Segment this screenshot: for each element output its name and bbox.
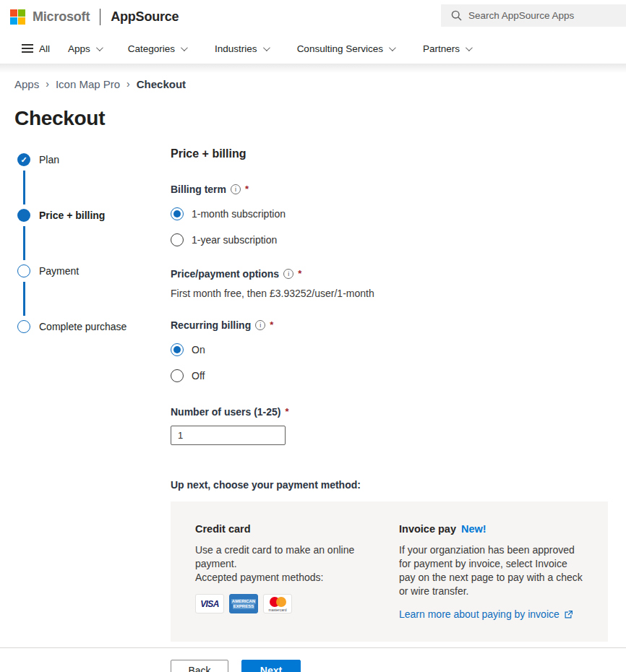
breadcrumb-apps[interactable]: Apps xyxy=(14,78,39,90)
amex-card-icon: AMERICAN EXPRESS xyxy=(229,594,258,613)
brand[interactable]: Microsoft AppSource xyxy=(10,9,179,25)
users-label: Number of users (1-25) xyxy=(171,406,280,418)
radio-1-month-subscription[interactable]: 1-month subscription xyxy=(171,207,608,221)
invoice-learn-more-link[interactable]: Learn more about paying by invoice xyxy=(399,608,583,620)
external-link-icon xyxy=(564,610,573,619)
nav-all[interactable]: All xyxy=(22,43,50,54)
mastercard-card-icon: mastercard xyxy=(263,594,292,613)
back-button[interactable]: Back xyxy=(171,660,228,672)
invoice-pay-title: Invoice pay xyxy=(399,523,456,535)
radio-unselected-icon xyxy=(171,233,184,246)
radio-unselected-icon xyxy=(171,369,184,382)
invoice-title-row: Invoice pay New! xyxy=(399,523,583,535)
radio-recurring-on[interactable]: On xyxy=(171,343,608,357)
recurring-billing-label-row: Recurring billing i * xyxy=(171,319,608,331)
mastercard-label: mastercard xyxy=(268,608,286,612)
step-complete-icon: ✓ xyxy=(17,153,30,166)
search-input[interactable]: Search AppSource Apps xyxy=(441,4,626,27)
step-price-billing[interactable]: Price + billing xyxy=(17,208,171,223)
nav-industries-label: Industries xyxy=(215,43,257,54)
mastercard-circles-icon xyxy=(270,597,286,607)
credit-card-description: Use a credit card to make an online paym… xyxy=(195,543,380,585)
step-payment[interactable]: Payment xyxy=(17,264,171,278)
search-icon xyxy=(451,10,462,21)
required-asterisk: * xyxy=(245,184,249,194)
radio-1-year-subscription[interactable]: 1-year subscription xyxy=(171,233,608,247)
brand-divider xyxy=(100,9,100,25)
step-connector xyxy=(23,282,25,316)
app-header: Microsoft AppSource Search AppSource App… xyxy=(0,0,626,33)
step-label: Payment xyxy=(39,265,79,277)
number-of-users-input[interactable] xyxy=(171,426,286,445)
invoice-description: If your organziation has been approved f… xyxy=(399,543,583,598)
radio-selected-icon xyxy=(171,343,184,356)
breadcrumb-current: Checkout xyxy=(137,78,186,90)
nav-consulting-services-label: Consulting Services xyxy=(297,43,383,54)
credit-card-line2: Accepted payment methods: xyxy=(195,572,323,583)
check-icon: ✓ xyxy=(20,156,27,164)
nav-categories[interactable]: Categories xyxy=(128,43,186,54)
info-icon[interactable]: i xyxy=(255,320,265,330)
section-title: Price + billing xyxy=(171,147,608,160)
info-icon[interactable]: i xyxy=(283,269,293,279)
payment-method-heading: Up next, choose your payment method: xyxy=(171,479,608,491)
chevron-down-icon xyxy=(181,44,188,51)
radio-label: 1-year subscription xyxy=(192,234,277,246)
brand-microsoft: Microsoft xyxy=(33,9,90,25)
required-asterisk: * xyxy=(298,268,301,279)
chevron-down-icon xyxy=(96,44,103,51)
nav-partners[interactable]: Partners xyxy=(423,43,471,54)
nav-partners-label: Partners xyxy=(423,43,460,54)
step-upcoming-icon xyxy=(17,320,30,333)
info-icon[interactable]: i xyxy=(231,184,241,194)
next-button[interactable]: Next xyxy=(241,660,301,672)
hamburger-icon xyxy=(22,44,33,53)
nav-apps[interactable]: Apps xyxy=(68,43,101,54)
main-content: ✓ Plan Price + billing Payment Complete … xyxy=(0,145,626,642)
chevron-down-icon xyxy=(389,44,396,51)
radio-label: Off xyxy=(192,370,205,382)
payment-methods-panel: Credit card Use a credit card to make an… xyxy=(171,501,608,642)
step-label: Plan xyxy=(39,154,59,165)
visa-label: VISA xyxy=(200,599,219,609)
chevron-down-icon xyxy=(466,44,473,51)
breadcrumb-icon-map-pro[interactable]: Icon Map Pro xyxy=(56,78,120,90)
price-options-label-row: Price/payment options i * xyxy=(171,268,608,280)
price-options-value: First month free, then £3.93252/user/1-m… xyxy=(171,288,608,299)
price-options-label: Price/payment options xyxy=(171,268,279,280)
step-upcoming-icon xyxy=(17,264,30,277)
required-asterisk: * xyxy=(285,406,288,417)
step-current-icon xyxy=(17,209,30,222)
step-connector xyxy=(23,226,25,260)
nav-industries[interactable]: Industries xyxy=(215,43,268,54)
nav-apps-label: Apps xyxy=(68,43,90,54)
users-label-row: Number of users (1-25) * xyxy=(171,406,608,418)
step-complete-purchase[interactable]: Complete purchase xyxy=(17,319,171,334)
radio-label: 1-month subscription xyxy=(192,208,286,220)
billing-term-label: Billing term xyxy=(171,184,226,195)
radio-recurring-off[interactable]: Off xyxy=(171,369,608,383)
checkout-stepper: ✓ Plan Price + billing Payment Complete … xyxy=(17,145,171,642)
nav-consulting-services[interactable]: Consulting Services xyxy=(297,43,394,54)
radio-selected-icon xyxy=(171,207,184,220)
microsoft-logo-icon xyxy=(10,9,25,25)
invoice-link-label: Learn more about paying by invoice xyxy=(399,608,559,620)
invoice-pay-column: Invoice pay New! If your organziation ha… xyxy=(399,523,583,620)
nav-categories-label: Categories xyxy=(128,43,175,54)
step-plan[interactable]: ✓ Plan xyxy=(17,152,171,167)
breadcrumb: Apps › Icon Map Pro › Checkout xyxy=(0,73,626,90)
breadcrumb-separator-icon: › xyxy=(46,78,49,90)
new-badge: New! xyxy=(461,523,486,535)
billing-term-label-row: Billing term i * xyxy=(171,184,608,195)
visa-card-icon: VISA xyxy=(195,594,224,613)
footer-buttons: Back Next xyxy=(0,648,626,672)
credit-card-line1: Use a credit card to make an online paym… xyxy=(195,544,354,569)
nav-shadow xyxy=(0,64,626,73)
credit-card-column: Credit card Use a credit card to make an… xyxy=(195,523,380,620)
step-connector xyxy=(23,171,25,204)
recurring-billing-label: Recurring billing xyxy=(171,319,251,331)
nav-all-label: All xyxy=(39,43,50,54)
price-billing-form: Price + billing Billing term i * 1-month… xyxy=(171,145,608,642)
main-nav: All Apps Categories Industries Consultin… xyxy=(0,33,626,64)
credit-card-title: Credit card xyxy=(195,523,380,535)
